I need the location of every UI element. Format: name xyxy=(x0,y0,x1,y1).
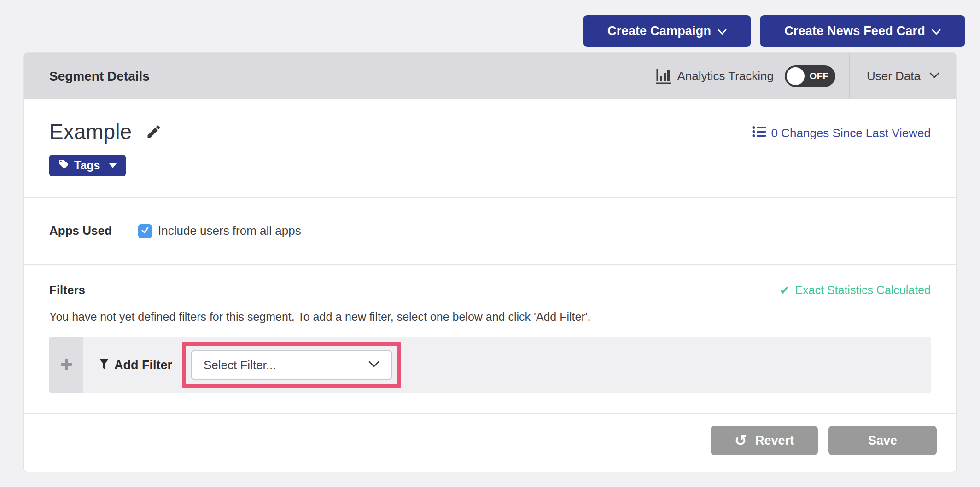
add-filter-row: Add Filter Select Filter... xyxy=(49,337,931,393)
revert-label: Revert xyxy=(755,434,794,448)
analytics-tracking-group: Analytics Tracking xyxy=(656,67,774,86)
caret-down-icon xyxy=(109,163,117,168)
tags-button[interactable]: Tags xyxy=(49,155,126,176)
create-news-feed-card-button[interactable]: Create News Feed Card xyxy=(760,15,965,47)
filter-select-value: Select Filter... xyxy=(204,358,276,372)
pencil-icon xyxy=(146,134,162,141)
segment-name: Example xyxy=(49,121,132,142)
card-footer: ↺ Revert Save xyxy=(24,413,956,472)
changes-link-label: 0 Changes Since Last Viewed xyxy=(771,126,931,140)
user-data-dropdown[interactable]: User Data xyxy=(850,53,956,99)
add-filter-label: Add Filter xyxy=(114,358,172,372)
segment-details-card: Segment Details Analytics Tracking OFF xyxy=(23,52,957,472)
analytics-tracking-label: Analytics Tracking xyxy=(677,69,774,83)
apps-used-section: Apps Used Include users from all apps xyxy=(24,198,956,264)
check-icon: ✔ xyxy=(780,284,790,296)
exact-statistics-label: Exact Statistics Calculated xyxy=(795,284,931,297)
toggle-state-label: OFF xyxy=(805,71,834,81)
annotation-highlight: Select Filter... xyxy=(182,342,401,388)
create-campaign-label: Create Campaign xyxy=(607,24,711,38)
segment-title-block: Example Tags xyxy=(49,121,162,176)
add-filter-plus-button[interactable] xyxy=(49,337,83,393)
page-title: Segment Details xyxy=(49,69,150,84)
chevron-down-icon xyxy=(368,361,379,370)
save-button[interactable]: Save xyxy=(828,426,937,455)
create-news-feed-card-label: Create News Feed Card xyxy=(784,24,925,38)
include-all-apps-checkbox[interactable] xyxy=(138,224,152,238)
revert-icon: ↺ xyxy=(735,433,747,448)
changes-since-last-viewed-link[interactable]: 0 Changes Since Last Viewed xyxy=(752,126,931,141)
analytics-tracking-toggle[interactable]: OFF xyxy=(785,65,835,87)
chevron-down-icon xyxy=(932,24,941,38)
revert-button[interactable]: ↺ Revert xyxy=(711,426,818,455)
tag-icon xyxy=(58,159,69,172)
top-action-bar: Create Campaign Create News Feed Card xyxy=(0,0,980,52)
tags-label: Tags xyxy=(74,159,100,172)
card-header: Segment Details Analytics Tracking OFF xyxy=(24,53,956,99)
segment-title-section: Example Tags xyxy=(24,99,956,197)
plus-icon xyxy=(59,358,73,373)
filter-select[interactable]: Select Filter... xyxy=(191,350,392,380)
add-filter-group: Add Filter xyxy=(99,358,172,372)
card-header-right: Analytics Tracking OFF User Data xyxy=(656,53,956,99)
add-filter-content: Add Filter Select Filter... xyxy=(83,337,401,393)
save-label: Save xyxy=(868,434,897,448)
include-all-apps-label: Include users from all apps xyxy=(158,224,301,238)
bar-chart-icon xyxy=(656,67,671,86)
chevron-down-icon xyxy=(929,72,939,81)
filters-heading: Filters xyxy=(49,283,85,297)
list-icon xyxy=(752,126,766,141)
exact-statistics-status: ✔ Exact Statistics Calculated xyxy=(780,284,931,297)
chevron-down-icon xyxy=(718,24,727,38)
user-data-label: User Data xyxy=(867,69,921,83)
toggle-knob xyxy=(787,67,805,85)
filters-empty-message: You have not yet defined filters for thi… xyxy=(49,310,931,324)
filters-section: Filters ✔ Exact Statistics Calculated Yo… xyxy=(24,265,956,413)
check-icon xyxy=(140,226,150,237)
create-campaign-button[interactable]: Create Campaign xyxy=(583,15,751,47)
edit-segment-name-button[interactable] xyxy=(146,123,162,140)
apps-used-label: Apps Used xyxy=(49,224,138,238)
funnel-icon xyxy=(99,358,110,372)
